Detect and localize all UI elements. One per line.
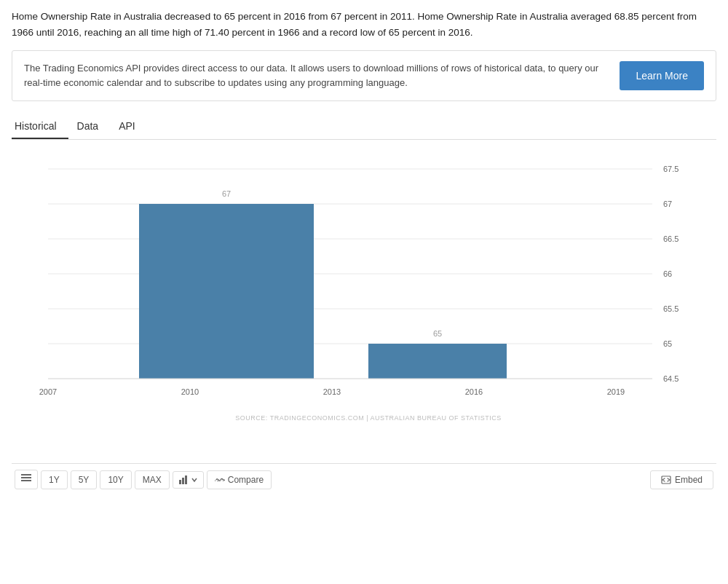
- bar-2016: [368, 344, 507, 379]
- x-label-2016: 2016: [465, 387, 483, 396]
- embed-button[interactable]: Embed: [650, 470, 713, 489]
- tab-historical[interactable]: Historical: [12, 114, 68, 139]
- x-label-2019: 2019: [607, 387, 625, 396]
- svg-rect-10: [21, 480, 31, 481]
- toolbar: 1Y 5Y 10Y MAX Compare Embed: [12, 463, 716, 495]
- bar-chart: 67.5 67 66.5 66 65.5 65 64.5 67 65 2007 …: [12, 147, 696, 438]
- x-label-2013: 2013: [323, 387, 341, 396]
- x-label-2007: 2007: [39, 387, 57, 396]
- table-icon-button[interactable]: [15, 470, 38, 489]
- chevron-down-icon: [191, 477, 197, 483]
- bar-label-2010: 67: [222, 189, 231, 198]
- compare-icon: [215, 476, 225, 484]
- api-banner-text: The Trading Economics API provides direc…: [24, 61, 602, 90]
- embed-label: Embed: [675, 475, 703, 485]
- y-label-65: 65: [663, 339, 672, 348]
- api-banner: The Trading Economics API provides direc…: [12, 50, 716, 101]
- source-text: SOURCE: TRADINGECONOMICS.COM | AUSTRALIA…: [235, 414, 501, 422]
- y-label-66: 66: [663, 269, 672, 278]
- y-label-67: 67: [663, 200, 672, 208]
- chart-area: 67.5 67 66.5 66 65.5 65 64.5 67 65 2007 …: [12, 147, 716, 460]
- tab-api[interactable]: API: [116, 114, 147, 139]
- svg-rect-11: [179, 480, 181, 484]
- table-icon: [21, 474, 31, 483]
- x-label-2010: 2010: [181, 387, 199, 396]
- y-label-665: 66.5: [663, 234, 678, 243]
- description-text: Home Ownership Rate in Australia decreas…: [12, 9, 716, 40]
- btn-5y[interactable]: 5Y: [71, 470, 98, 489]
- btn-max[interactable]: MAX: [135, 470, 170, 489]
- svg-rect-13: [185, 476, 187, 484]
- learn-more-button[interactable]: Learn More: [620, 61, 704, 90]
- tab-data[interactable]: Data: [74, 114, 111, 139]
- btn-10y[interactable]: 10Y: [100, 470, 131, 489]
- y-label-675: 67.5: [663, 165, 678, 173]
- btn-1y[interactable]: 1Y: [41, 470, 68, 489]
- svg-rect-12: [182, 478, 184, 484]
- svg-rect-8: [21, 474, 31, 476]
- bar-label-2016: 65: [433, 329, 442, 338]
- bar-chart-icon: [179, 476, 189, 484]
- svg-rect-9: [21, 477, 31, 478]
- embed-icon: [661, 476, 671, 484]
- y-label-645: 64.5: [663, 374, 678, 383]
- y-label-655: 65.5: [663, 304, 678, 313]
- chart-type-button[interactable]: [173, 471, 204, 489]
- bar-2010: [139, 204, 314, 379]
- tabs-container: Historical Data API: [12, 114, 716, 140]
- compare-button[interactable]: Compare: [207, 470, 272, 489]
- compare-label: Compare: [228, 475, 264, 485]
